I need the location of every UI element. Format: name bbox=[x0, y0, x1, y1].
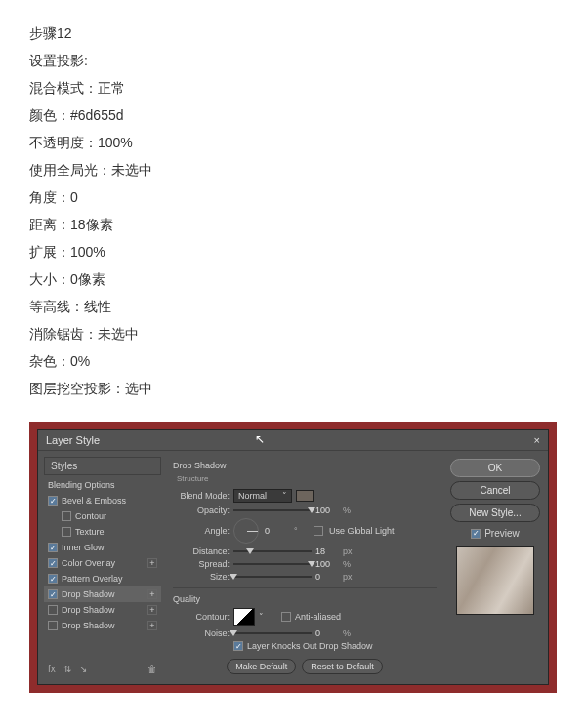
group-sub: Structure bbox=[177, 474, 437, 483]
effect-row[interactable]: Texture bbox=[44, 524, 161, 540]
angle-dial[interactable] bbox=[233, 518, 259, 544]
distance-slider[interactable] bbox=[233, 550, 312, 552]
doc-line: 消除锯齿：未选中 bbox=[29, 320, 557, 347]
angle-value[interactable]: 0 bbox=[265, 526, 288, 536]
doc-line: 颜色：#6d655d bbox=[29, 101, 557, 129]
opacity-slider[interactable] bbox=[233, 509, 312, 511]
preview-label: Preview bbox=[484, 528, 520, 539]
effect-checkbox[interactable]: ✓ bbox=[48, 589, 58, 599]
effect-label: Blending Options bbox=[48, 480, 115, 490]
right-panel: OK Cancel New Style... ✓ Preview bbox=[448, 457, 542, 678]
antialias-checkbox[interactable] bbox=[281, 612, 291, 622]
effect-label: Inner Glow bbox=[62, 543, 105, 552]
size-label: Size: bbox=[173, 572, 230, 582]
contour-label: Contour: bbox=[173, 612, 230, 622]
cancel-button[interactable]: Cancel bbox=[450, 481, 540, 500]
effect-label: Drop Shadow bbox=[62, 589, 115, 599]
effect-label: Contour bbox=[75, 511, 106, 521]
effect-row[interactable]: ✓Bevel & Emboss bbox=[44, 493, 161, 508]
effects-panel: Styles Blending Options✓Bevel & EmbossCo… bbox=[44, 457, 161, 678]
add-effect-icon[interactable]: + bbox=[147, 558, 157, 568]
step-title: 步骤12 bbox=[29, 20, 557, 47]
new-style-button[interactable]: New Style... bbox=[450, 504, 540, 522]
preview-thumbnail bbox=[456, 546, 534, 615]
dialog-title: Layer Style bbox=[46, 434, 100, 446]
distance-label: Distance: bbox=[173, 546, 230, 556]
effect-checkbox[interactable]: ✓ bbox=[48, 543, 58, 552]
effect-checkbox[interactable] bbox=[62, 527, 71, 537]
effect-checkbox[interactable]: ✓ bbox=[48, 574, 58, 584]
styles-header[interactable]: Styles bbox=[44, 457, 161, 475]
knockout-label: Layer Knocks Out Drop Shadow bbox=[247, 641, 373, 651]
layer-style-dialog: ↖ Layer Style × Styles Blending Options✓… bbox=[37, 429, 549, 685]
group-quality: Quality bbox=[173, 594, 437, 604]
opacity-value[interactable]: 100 bbox=[315, 506, 339, 515]
preview-checkbox[interactable]: ✓ bbox=[471, 529, 481, 539]
spread-slider[interactable] bbox=[233, 563, 312, 565]
doc-line: 杂色：0% bbox=[29, 347, 557, 375]
effect-label: Texture bbox=[75, 527, 105, 537]
effect-checkbox[interactable]: ✓ bbox=[48, 496, 58, 506]
distance-value[interactable]: 18 bbox=[315, 546, 339, 556]
add-effect-icon[interactable]: + bbox=[147, 589, 157, 599]
noise-value[interactable]: 0 bbox=[315, 628, 339, 638]
add-icon[interactable]: ↘ bbox=[79, 664, 87, 674]
color-swatch[interactable] bbox=[296, 490, 314, 502]
add-effect-icon[interactable]: + bbox=[147, 605, 157, 615]
doc-line: 等高线：线性 bbox=[29, 293, 557, 320]
effect-row[interactable]: ✓Color Overlay+ bbox=[44, 555, 161, 571]
effect-row[interactable]: Drop Shadow+ bbox=[44, 618, 161, 633]
doc-line: 图层挖空投影：选中 bbox=[29, 375, 557, 402]
knockout-checkbox[interactable]: ✓ bbox=[233, 641, 243, 651]
opacity-label: Opacity: bbox=[173, 506, 230, 515]
doc-line: 扩展：100% bbox=[29, 238, 557, 265]
fx-icon[interactable]: fx bbox=[48, 664, 56, 674]
effect-row[interactable]: Contour bbox=[44, 508, 161, 524]
make-default-button[interactable]: Make Default bbox=[227, 659, 296, 674]
doc-line: 不透明度：100% bbox=[29, 129, 557, 156]
dialog-titlebar[interactable]: Layer Style × bbox=[38, 430, 548, 451]
arrow-up-down-icon[interactable]: ⇅ bbox=[63, 664, 71, 674]
angle-label: Angle: bbox=[173, 526, 230, 536]
close-icon[interactable]: × bbox=[534, 434, 540, 446]
trash-icon[interactable]: 🗑 bbox=[147, 664, 157, 674]
effect-label: Bevel & Emboss bbox=[62, 496, 126, 506]
antialias-label: Anti-aliased bbox=[295, 612, 341, 622]
article-text: 步骤12 设置投影: 混合模式：正常 颜色：#6d655d 不透明度：100% … bbox=[0, 0, 586, 422]
doc-line: 使用全局光：未选中 bbox=[29, 156, 557, 183]
reset-default-button[interactable]: Reset to Default bbox=[302, 659, 383, 674]
size-value[interactable]: 0 bbox=[315, 572, 339, 582]
effect-label: Color Overlay bbox=[62, 558, 115, 568]
effect-checkbox[interactable] bbox=[62, 511, 71, 521]
doc-line: 角度：0 bbox=[29, 183, 557, 211]
global-light-label: Use Global Light bbox=[329, 526, 395, 536]
effect-row[interactable]: ✓Drop Shadow+ bbox=[44, 586, 161, 602]
effect-row[interactable]: ✓Inner Glow bbox=[44, 540, 161, 555]
effect-label: Drop Shadow bbox=[62, 605, 115, 615]
effect-checkbox[interactable] bbox=[48, 605, 58, 615]
effect-checkbox[interactable] bbox=[48, 621, 58, 630]
doc-line: 混合模式：正常 bbox=[29, 74, 557, 101]
group-structure: Drop Shadow bbox=[173, 461, 437, 470]
effect-checkbox[interactable]: ✓ bbox=[48, 558, 58, 568]
ok-button[interactable]: OK bbox=[450, 459, 540, 477]
settings-panel: Drop Shadow Structure Blend Mode: Normal… bbox=[165, 457, 444, 678]
effect-row[interactable]: Blending Options bbox=[44, 477, 161, 493]
effect-label: Pattern Overlay bbox=[62, 574, 123, 584]
size-slider[interactable] bbox=[233, 576, 312, 578]
effect-row[interactable]: Drop Shadow+ bbox=[44, 602, 161, 618]
doc-line: 距离：18像素 bbox=[29, 211, 557, 238]
noise-label: Noise: bbox=[173, 628, 230, 638]
blend-mode-label: Blend Mode: bbox=[173, 491, 230, 501]
noise-slider[interactable] bbox=[233, 632, 312, 634]
chevron-down-icon: ˅ bbox=[282, 491, 287, 501]
add-effect-icon[interactable]: + bbox=[147, 621, 157, 630]
effect-row[interactable]: ✓Pattern Overlay bbox=[44, 571, 161, 586]
doc-line: 设置投影: bbox=[29, 47, 557, 74]
doc-line: 大小：0像素 bbox=[29, 265, 557, 293]
contour-picker[interactable] bbox=[233, 608, 255, 626]
chevron-down-icon[interactable]: ˅ bbox=[259, 612, 264, 622]
blend-mode-select[interactable]: Normal˅ bbox=[233, 489, 292, 503]
global-light-checkbox[interactable] bbox=[314, 526, 323, 536]
spread-value[interactable]: 100 bbox=[315, 559, 339, 569]
